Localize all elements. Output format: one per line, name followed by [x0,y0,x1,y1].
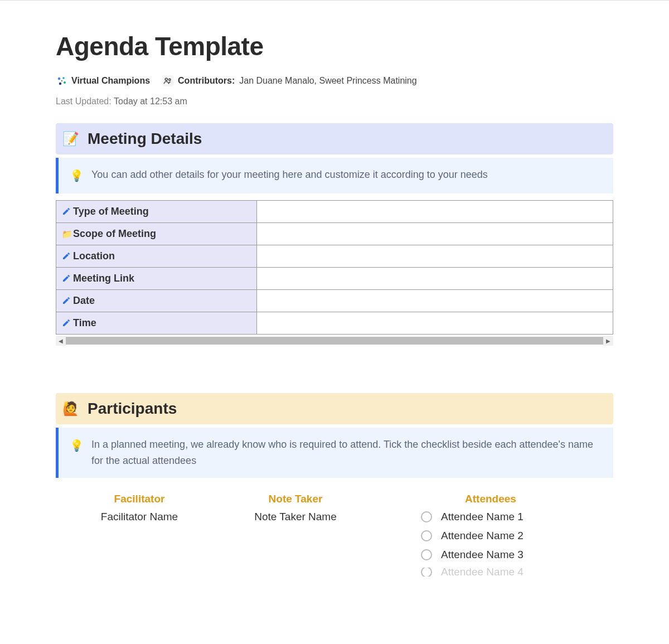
contributors-chip[interactable]: Contributors: Jan Duane Manalo, Sweet Pr… [162,75,417,86]
row-label: Time [73,317,96,328]
svg-point-1 [62,77,65,79]
tip-participants: 💡 In a planned meeting, we already know … [56,428,613,478]
svg-point-0 [58,78,60,80]
attendee-list: Attendee Name 1Attendee Name 2Attendee N… [385,511,597,577]
notetaker-value[interactable]: Note Taker Name [229,511,362,523]
last-updated: Last Updated: Today at 12:53 am [56,96,613,106]
scroll-left-button[interactable]: ◀ [56,336,66,346]
svg-point-3 [59,83,61,85]
team-logo-icon [56,75,67,86]
attendee-name: Attendee Name 3 [441,549,523,561]
attendee-name: Attendee Name 1 [441,511,523,523]
page-title: Agenda Template [56,31,613,61]
svg-point-2 [64,81,66,84]
raising-hand-icon: 🙋 [62,400,79,417]
table-label-cell: Date [56,290,257,312]
tip-participants-text: In a planned meeting, we already know wh… [91,437,602,469]
attendee-row: Attendee Name 3 [421,549,523,561]
table-label-cell: Type of Meeting [56,201,257,223]
scroll-right-button[interactable]: ▶ [603,336,613,346]
tip-meeting-details-text: You can add other details for your meeti… [91,167,488,183]
facilitator-value[interactable]: Facilitator Name [72,511,206,523]
table-label-cell: 📁Scope of Meeting [56,223,257,245]
table-label-cell: Meeting Link [56,268,257,290]
memo-icon: 📝 [62,130,79,147]
attendee-checkbox[interactable] [421,511,432,522]
table-value-cell[interactable] [257,268,613,290]
team-name: Virtual Champions [71,76,150,86]
pencil-icon [62,274,71,284]
lightbulb-icon: 💡 [70,167,84,185]
row-label: Scope of Meeting [73,228,156,239]
pencil-icon [62,296,71,307]
meeting-details-table-wrap: Type of Meeting📁Scope of MeetingLocation… [56,200,613,346]
contributors-value: Jan Duane Manalo, Sweet Princess Matinin… [239,76,416,86]
attendees-header: Attendees [385,493,597,505]
row-label: Location [73,250,115,262]
meeting-details-table: Type of Meeting📁Scope of MeetingLocation… [56,200,613,335]
table-value-cell[interactable] [257,312,613,335]
folder-icon: 📁 [62,229,71,239]
attendee-row: Attendee Name 4 [421,568,523,577]
attendee-checkbox[interactable] [421,549,432,560]
attendee-checkbox[interactable] [421,530,432,541]
meta-row: Virtual Champions Contributors: Jan Duan… [56,75,613,86]
facilitator-column: Facilitator Facilitator Name [72,493,206,577]
page-container: Agenda Template Virtual Champions Contri… [0,1,669,593]
row-label: Type of Meeting [73,206,149,217]
section-header-participants: 🙋 Participants [56,393,613,424]
row-label: Meeting Link [73,273,134,284]
contributors-icon [162,75,173,86]
table-value-cell[interactable] [257,223,613,245]
table-value-cell[interactable] [257,290,613,312]
last-updated-label: Last Updated: [56,96,112,106]
svg-point-5 [165,78,167,80]
row-label: Date [73,295,95,306]
participants-section: 🙋 Participants 💡 In a planned meeting, w… [56,393,613,577]
contributors-label: Contributors: [178,76,235,86]
table-horizontal-scrollbar[interactable]: ◀ ▶ [56,336,613,346]
notetaker-header: Note Taker [229,493,362,505]
table-value-cell[interactable] [257,201,613,223]
table-row: Location [56,245,613,268]
table-row: Date [56,290,613,312]
last-updated-value: Today at 12:53 am [114,96,187,106]
pencil-icon [62,251,71,262]
notetaker-column: Note Taker Note Taker Name [229,493,362,577]
pencil-icon [62,318,71,329]
table-row: 📁Scope of Meeting [56,223,613,245]
table-row: Meeting Link [56,268,613,290]
participants-title: Participants [88,400,177,418]
attendee-name: Attendee Name 2 [441,530,523,542]
table-value-cell[interactable] [257,245,613,268]
meeting-details-title: Meeting Details [88,130,202,148]
table-label-cell: Time [56,312,257,335]
svg-point-6 [169,79,171,80]
scroll-track[interactable] [66,337,603,345]
svg-point-4 [61,80,62,81]
attendee-checkbox[interactable] [421,568,432,577]
lightbulb-icon: 💡 [70,437,84,454]
participants-columns: Facilitator Facilitator Name Note Taker … [56,485,613,577]
team-chip[interactable]: Virtual Champions [56,75,150,86]
table-row: Type of Meeting [56,201,613,223]
table-row: Time [56,312,613,335]
attendee-name: Attendee Name 4 [441,568,523,577]
facilitator-header: Facilitator [72,493,206,505]
attendee-row: Attendee Name 2 [421,530,523,542]
section-header-meeting-details: 📝 Meeting Details [56,123,613,154]
table-label-cell: Location [56,245,257,268]
pencil-icon [62,207,71,217]
attendees-column: Attendees Attendee Name 1Attendee Name 2… [385,493,597,577]
tip-meeting-details: 💡 You can add other details for your mee… [56,158,613,193]
attendee-row: Attendee Name 1 [421,511,523,523]
